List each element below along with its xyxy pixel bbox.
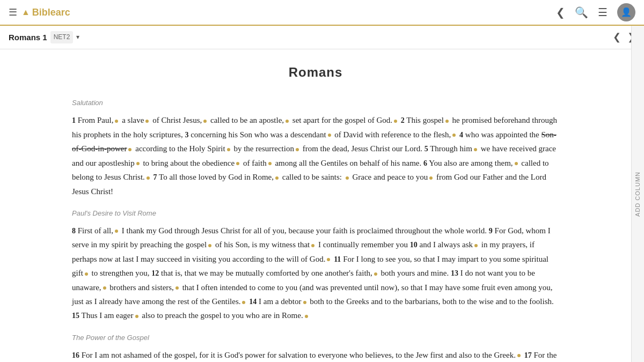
verse-num-14: 14 xyxy=(249,298,257,306)
nav-right: ❮ 🔍 ☰ 👤 xyxy=(556,3,635,21)
section-heading-power: The Power of the Gospel xyxy=(72,333,559,344)
book-title: Romans 1 xyxy=(9,31,47,44)
sub-nav-left: Romans 1 NET2 ▾ xyxy=(9,31,79,44)
nav-left: ☰ ▲ Biblearc xyxy=(9,5,70,20)
verse-num-2: 2 xyxy=(401,116,405,124)
tools-icon[interactable]: ☰ xyxy=(598,4,608,21)
sub-navbar: Romans 1 NET2 ▾ ❮ ❯ xyxy=(0,26,644,49)
verse-block-1-7: 1 From Paul, a slave of Christ Jesus, ca… xyxy=(72,113,559,198)
verse-num-16: 16 xyxy=(72,351,79,359)
verse-num-1: 1 xyxy=(72,116,76,124)
verse-num-8: 8 xyxy=(72,227,76,235)
verse-num-10: 10 xyxy=(410,241,418,249)
section-heading-desire: Paul's Desire to Visit Rome xyxy=(72,208,559,219)
verse-block-16-17: 16 For I am not ashamed of the gospel, f… xyxy=(72,348,559,362)
dropdown-arrow-icon[interactable]: ▾ xyxy=(76,32,79,42)
verse-num-4: 4 xyxy=(459,131,463,139)
section-heading-salutation: Salutation xyxy=(72,98,559,109)
logo-arrow-icon: ▲ xyxy=(21,5,30,19)
back-icon[interactable]: ❮ xyxy=(556,4,565,21)
verse-block-8-15: 8 First of all, I thank my God through J… xyxy=(72,224,559,323)
logo[interactable]: ▲ Biblearc xyxy=(21,5,70,20)
menu-icon[interactable]: ☰ xyxy=(9,5,17,20)
search-icon[interactable]: 🔍 xyxy=(575,4,588,21)
verse-num-13: 13 xyxy=(451,269,458,277)
add-column-label: ADD COLUMN xyxy=(633,172,643,217)
add-column-panel[interactable]: ADD COLUMN xyxy=(631,26,644,362)
verse-num-7: 7 xyxy=(153,173,157,181)
verse-num-3: 3 xyxy=(185,131,188,139)
verse-num-5: 5 xyxy=(425,145,428,153)
verse-num-9: 9 xyxy=(489,227,493,235)
main-content: Romans Salutation 1 From Paul, a slave o… xyxy=(59,49,585,362)
verse-num-6: 6 xyxy=(423,159,427,167)
page-title: Romans xyxy=(72,62,559,83)
verse-num-12: 12 xyxy=(151,269,159,277)
top-navbar: ☰ ▲ Biblearc ❮ 🔍 ☰ 👤 xyxy=(0,0,644,26)
verse-num-11: 11 xyxy=(334,255,341,263)
verse-num-15: 15 xyxy=(72,312,79,320)
logo-text: Biblearc xyxy=(32,5,70,20)
prev-chapter-icon[interactable]: ❮ xyxy=(613,29,621,45)
avatar[interactable]: 👤 xyxy=(617,3,635,21)
verse-num-17: 17 xyxy=(524,351,532,359)
version-badge: NET2 xyxy=(50,31,74,43)
